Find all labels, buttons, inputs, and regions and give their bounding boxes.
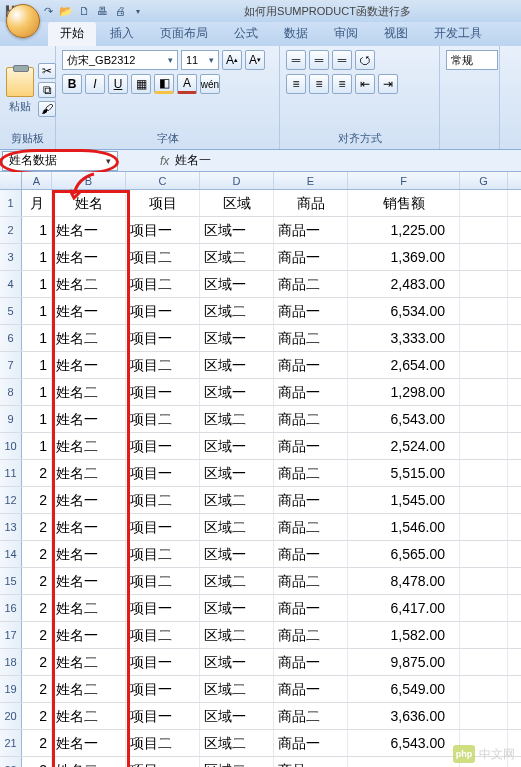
- col-header-G[interactable]: G: [460, 172, 508, 189]
- cell[interactable]: 2: [22, 487, 52, 513]
- cell[interactable]: [460, 244, 508, 270]
- cell[interactable]: 姓名一: [52, 514, 126, 540]
- cell[interactable]: 1: [22, 217, 52, 243]
- cell[interactable]: 2: [22, 460, 52, 486]
- col-header-A[interactable]: A: [22, 172, 52, 189]
- cell[interactable]: [460, 649, 508, 675]
- cell[interactable]: 项目二: [126, 271, 200, 297]
- cell[interactable]: 商品一: [274, 595, 348, 621]
- cell[interactable]: 商品一: [274, 541, 348, 567]
- cell[interactable]: 姓名一: [52, 487, 126, 513]
- align-right-button[interactable]: ≡: [332, 74, 352, 94]
- font-color-button[interactable]: A: [177, 74, 197, 94]
- cell[interactable]: 商品二: [274, 568, 348, 594]
- row-header[interactable]: 15: [0, 568, 22, 594]
- cell[interactable]: 项目二: [126, 244, 200, 270]
- cell[interactable]: [460, 433, 508, 459]
- cell[interactable]: [460, 595, 508, 621]
- cell[interactable]: 姓名二: [52, 379, 126, 405]
- cell[interactable]: 1: [22, 298, 52, 324]
- copy-button[interactable]: ⧉: [38, 82, 56, 98]
- redo-icon[interactable]: ↷: [40, 3, 56, 19]
- cell[interactable]: 项目二: [126, 568, 200, 594]
- cell[interactable]: 项目二: [126, 622, 200, 648]
- cell[interactable]: 姓名二: [52, 595, 126, 621]
- increase-indent-button[interactable]: ⇥: [378, 74, 398, 94]
- cell[interactable]: 商品一: [274, 379, 348, 405]
- cell[interactable]: 项目一: [126, 433, 200, 459]
- cell[interactable]: 商品一: [274, 352, 348, 378]
- cell[interactable]: 商品一: [274, 649, 348, 675]
- cell[interactable]: 1,546.00: [348, 514, 460, 540]
- cell[interactable]: [460, 298, 508, 324]
- cell[interactable]: 区域一: [200, 217, 274, 243]
- cell[interactable]: 1: [22, 406, 52, 432]
- cell[interactable]: 2: [22, 541, 52, 567]
- cell[interactable]: 姓名二: [52, 325, 126, 351]
- col-header-B[interactable]: B: [52, 172, 126, 189]
- cell[interactable]: 项目一: [126, 676, 200, 702]
- font-name-combo[interactable]: 仿宋_GB2312▾: [62, 50, 178, 70]
- cell[interactable]: 区域二: [200, 676, 274, 702]
- row-header[interactable]: 11: [0, 460, 22, 486]
- cell[interactable]: 2: [22, 703, 52, 729]
- cell[interactable]: [460, 703, 508, 729]
- cell[interactable]: 项目二: [126, 730, 200, 756]
- cell[interactable]: 2: [22, 649, 52, 675]
- phonetic-button[interactable]: wén: [200, 74, 220, 94]
- print-preview-icon[interactable]: 🖶: [94, 3, 110, 19]
- cell[interactable]: 姓名一: [52, 298, 126, 324]
- cell[interactable]: 2: [22, 568, 52, 594]
- cell[interactable]: 区域二: [200, 757, 274, 767]
- cell[interactable]: 姓名一: [52, 217, 126, 243]
- row-header[interactable]: 19: [0, 676, 22, 702]
- cell[interactable]: 商品二: [274, 406, 348, 432]
- align-top-button[interactable]: ═: [286, 50, 306, 70]
- cut-button[interactable]: ✂: [38, 63, 56, 79]
- cell[interactable]: 商品一: [274, 433, 348, 459]
- cell[interactable]: 商品二: [274, 514, 348, 540]
- cell[interactable]: 商品一: [274, 487, 348, 513]
- cell[interactable]: 姓名一: [52, 541, 126, 567]
- cell[interactable]: 1,582.00: [348, 622, 460, 648]
- tab-view[interactable]: 视图: [372, 22, 420, 46]
- cell[interactable]: 区域一: [200, 649, 274, 675]
- number-format-combo[interactable]: 常规: [446, 50, 498, 70]
- row-header[interactable]: 5: [0, 298, 22, 324]
- align-bottom-button[interactable]: ═: [332, 50, 352, 70]
- cell[interactable]: 1,545.00: [348, 487, 460, 513]
- qat-dropdown-icon[interactable]: ▾: [130, 3, 146, 19]
- cell[interactable]: 商品一: [274, 298, 348, 324]
- cell[interactable]: 区域二: [200, 487, 274, 513]
- cell[interactable]: 项目一: [126, 649, 200, 675]
- cell[interactable]: [460, 190, 508, 216]
- row-header[interactable]: 4: [0, 271, 22, 297]
- cell[interactable]: 6,534.00: [348, 298, 460, 324]
- cell[interactable]: 2,483.00: [348, 271, 460, 297]
- tab-review[interactable]: 审阅: [322, 22, 370, 46]
- tab-layout[interactable]: 页面布局: [148, 22, 220, 46]
- cell[interactable]: 2,654.00: [348, 352, 460, 378]
- cell[interactable]: 2,524.00: [348, 433, 460, 459]
- row-header[interactable]: 2: [0, 217, 22, 243]
- cell[interactable]: 区域一: [200, 379, 274, 405]
- col-header-F[interactable]: F: [348, 172, 460, 189]
- cell[interactable]: 商品: [274, 190, 348, 216]
- cell[interactable]: 区域二: [200, 568, 274, 594]
- name-box[interactable]: 姓名数据 ▾: [2, 151, 118, 171]
- cell[interactable]: 姓名: [52, 190, 126, 216]
- align-left-button[interactable]: ≡: [286, 74, 306, 94]
- cell[interactable]: [460, 514, 508, 540]
- cell[interactable]: [460, 460, 508, 486]
- formula-value[interactable]: 姓名一: [175, 152, 211, 169]
- cell[interactable]: 姓名二: [52, 703, 126, 729]
- col-header-E[interactable]: E: [274, 172, 348, 189]
- cell[interactable]: 1: [22, 271, 52, 297]
- row-header[interactable]: 1: [0, 190, 22, 216]
- cell[interactable]: 姓名二: [52, 676, 126, 702]
- cell[interactable]: 姓名一: [52, 730, 126, 756]
- cell[interactable]: 项目: [126, 190, 200, 216]
- row-header[interactable]: 17: [0, 622, 22, 648]
- row-header[interactable]: 9: [0, 406, 22, 432]
- cell[interactable]: 区域一: [200, 352, 274, 378]
